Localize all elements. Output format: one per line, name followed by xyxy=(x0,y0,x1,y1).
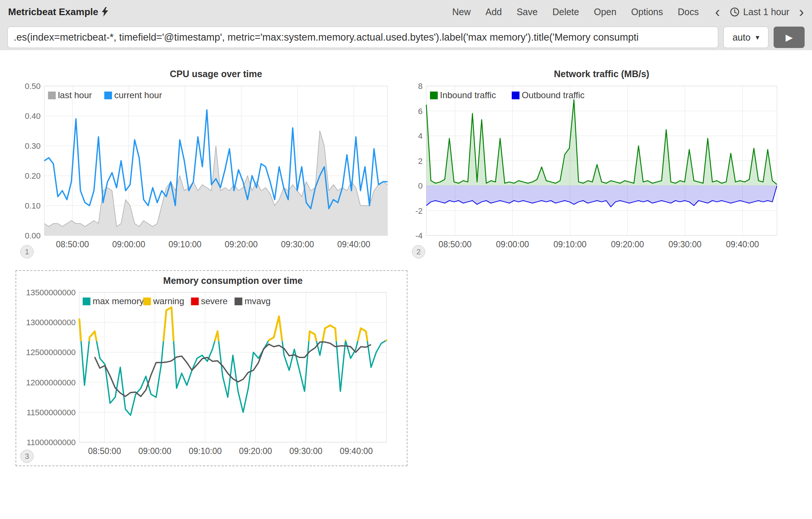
memory-consumption-chart[interactable]: Memory consumption over time 11000000000… xyxy=(16,270,407,466)
time-range-picker[interactable]: Last 1 hour xyxy=(730,7,789,17)
svg-text:08:50:00: 08:50:00 xyxy=(56,240,89,249)
interval-value: auto xyxy=(733,32,751,43)
chart-title: Network traffic (MB/s) xyxy=(426,69,777,79)
expression-row: auto ▾ ▶ xyxy=(0,24,812,48)
legend-item-max-memory: max memory xyxy=(83,296,144,306)
svg-text:0.20: 0.20 xyxy=(25,171,41,181)
svg-text:09:30:00: 09:30:00 xyxy=(289,446,323,456)
svg-text:current hour: current hour xyxy=(114,90,162,100)
clock-icon xyxy=(730,7,740,17)
time-range-label: Last 1 hour xyxy=(743,7,789,17)
nav-item-new[interactable]: New xyxy=(452,7,471,17)
svg-text:13000000000: 13000000000 xyxy=(26,318,76,327)
chart-title: Memory consumption over time xyxy=(79,275,386,286)
navbar: Metricbeat Example New Add Save Delete O… xyxy=(0,0,812,24)
svg-text:severe: severe xyxy=(201,296,228,306)
svg-text:warning: warning xyxy=(153,296,184,306)
svg-text:0.40: 0.40 xyxy=(25,111,41,121)
legend: Inbound trafficOutbound traffic xyxy=(430,90,585,100)
memory-consumption-chart-canvas[interactable]: 1100000000011500000000120000000001250000… xyxy=(16,288,408,461)
svg-text:09:40:00: 09:40:00 xyxy=(337,240,371,249)
network-traffic-chart[interactable]: Network traffic (MB/s) -4-20246808:50:00… xyxy=(413,69,782,261)
nav-item-open[interactable]: Open xyxy=(594,7,616,17)
chevron-down-icon: ▾ xyxy=(756,33,759,42)
svg-text:09:10:00: 09:10:00 xyxy=(189,446,222,456)
series-last-hour xyxy=(44,131,388,236)
interval-select[interactable]: auto ▾ xyxy=(723,27,768,48)
svg-text:8: 8 xyxy=(418,82,423,91)
y-axis-labels: 1100000000011500000000120000000001250000… xyxy=(26,288,76,447)
nav-item-options[interactable]: Options xyxy=(631,7,663,17)
time-back-button[interactable]: ‹ xyxy=(715,7,720,17)
nav-item-add[interactable]: Add xyxy=(485,7,502,17)
svg-text:09:10:00: 09:10:00 xyxy=(554,240,587,249)
topbar: Metricbeat Example New Add Save Delete O… xyxy=(0,0,812,50)
series-max-memory xyxy=(79,307,386,415)
svg-text:09:20:00: 09:20:00 xyxy=(225,240,258,249)
svg-text:09:30:00: 09:30:00 xyxy=(281,240,314,249)
time-controls: ‹ Last 1 hour › xyxy=(715,7,804,17)
x-axis-labels: 08:50:0009:00:0009:10:0009:20:0009:30:00… xyxy=(438,240,759,249)
svg-text:09:00:00: 09:00:00 xyxy=(496,240,529,249)
svg-text:08:50:00: 08:50:00 xyxy=(88,446,121,456)
svg-text:0.00: 0.00 xyxy=(25,231,41,240)
nav-item-save[interactable]: Save xyxy=(517,7,538,17)
time-forward-button[interactable]: › xyxy=(799,7,804,17)
series-Outbound-traffic xyxy=(426,186,777,207)
y-axis-labels: 0.000.100.200.300.400.50 xyxy=(25,82,41,240)
nav-menu: New Add Save Delete Open Options Docs xyxy=(452,7,699,17)
legend-item-current-hour: current hour xyxy=(104,90,162,100)
app-title-text: Metricbeat Example xyxy=(8,6,98,18)
svg-text:12500000000: 12500000000 xyxy=(26,348,76,357)
cpu-usage-chart[interactable]: CPU usage over time 0.000.100.200.300.40… xyxy=(16,69,390,261)
gridlines xyxy=(79,292,386,442)
chart-badge-3: 3 xyxy=(20,450,34,463)
app-title: Metricbeat Example xyxy=(8,6,108,18)
svg-text:09:40:00: 09:40:00 xyxy=(726,240,759,249)
legend-item-Outbound-traffic: Outbound traffic xyxy=(512,90,585,100)
svg-text:6: 6 xyxy=(418,107,423,116)
y-axis-labels: -4-202468 xyxy=(415,82,423,240)
svg-text:09:10:00: 09:10:00 xyxy=(168,240,202,249)
lightning-bolt-icon xyxy=(102,7,108,17)
legend-item-severe: severe xyxy=(191,296,228,306)
timelion-app: Metricbeat Example New Add Save Delete O… xyxy=(0,0,812,519)
timelion-expression-input[interactable] xyxy=(7,27,718,48)
nav-item-docs[interactable]: Docs xyxy=(678,7,699,17)
svg-text:4: 4 xyxy=(418,131,423,141)
svg-text:09:40:00: 09:40:00 xyxy=(340,446,373,456)
svg-text:0.30: 0.30 xyxy=(25,141,41,151)
svg-text:Outbound traffic: Outbound traffic xyxy=(522,90,585,100)
series-Inbound-traffic xyxy=(426,100,777,186)
svg-text:09:00:00: 09:00:00 xyxy=(112,240,145,249)
svg-text:12000000000: 12000000000 xyxy=(26,378,76,387)
legend-item-mvavg: mvavg xyxy=(235,296,271,306)
svg-text:09:30:00: 09:30:00 xyxy=(668,240,702,249)
x-axis-labels: 08:50:0009:00:0009:10:0009:20:0009:30:00… xyxy=(88,446,372,456)
svg-text:09:20:00: 09:20:00 xyxy=(239,446,272,456)
legend-item-last-hour: last hour xyxy=(48,90,92,100)
legend-item-warning: warning xyxy=(143,296,184,306)
svg-text:0.50: 0.50 xyxy=(25,82,41,91)
svg-text:2: 2 xyxy=(418,157,423,166)
svg-text:13500000000: 13500000000 xyxy=(26,288,76,297)
svg-text:09:20:00: 09:20:00 xyxy=(611,240,644,249)
svg-text:11500000000: 11500000000 xyxy=(27,408,76,417)
series-warning xyxy=(79,307,386,340)
svg-text:0.10: 0.10 xyxy=(25,201,41,210)
legend: max memorywarningseveremvavg xyxy=(83,296,271,306)
play-button[interactable]: ▶ xyxy=(774,27,805,48)
svg-text:-2: -2 xyxy=(415,206,423,216)
svg-text:09:00:00: 09:00:00 xyxy=(138,446,172,456)
svg-text:-4: -4 xyxy=(415,231,423,240)
play-icon: ▶ xyxy=(785,33,792,42)
network-traffic-chart-canvas[interactable]: -4-20246808:50:0009:00:0009:10:0009:20:0… xyxy=(413,83,782,261)
chart-title: CPU usage over time xyxy=(44,69,388,79)
chart-badge-1: 1 xyxy=(20,245,34,258)
nav-item-delete[interactable]: Delete xyxy=(553,7,579,17)
cpu-usage-chart-canvas[interactable]: 0.000.100.200.300.400.5008:50:0009:00:00… xyxy=(16,83,390,261)
svg-text:11000000000: 11000000000 xyxy=(27,438,76,447)
svg-text:Inbound traffic: Inbound traffic xyxy=(440,90,496,100)
svg-text:08:50:00: 08:50:00 xyxy=(438,240,472,249)
x-axis-labels: 08:50:0009:00:0009:10:0009:20:0009:30:00… xyxy=(56,240,370,249)
